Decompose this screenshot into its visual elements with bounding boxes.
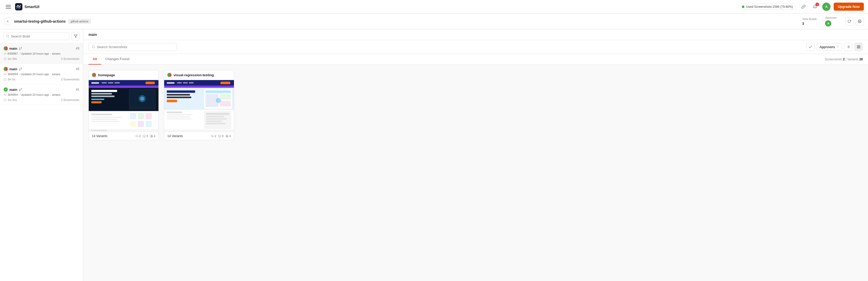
- usage-dot: [742, 5, 744, 8]
- build-branch: main: [9, 88, 17, 92]
- monitor-icon: [143, 135, 146, 138]
- top-navigation: SmartUI Used Screenshots:1596 (79.80%) 1…: [0, 0, 868, 13]
- svg-rect-44: [146, 82, 155, 84]
- svg-rect-84: [167, 90, 195, 93]
- build-item[interactable]: ✓ main #1 3848f94 · Updated 20 hours ago…: [0, 84, 83, 105]
- hamburger-button[interactable]: [4, 3, 12, 11]
- svg-rect-37: [857, 47, 858, 48]
- svg-rect-36: [859, 47, 860, 48]
- check-icon: [808, 45, 813, 49]
- svg-point-6: [21, 47, 22, 48]
- link-button[interactable]: [799, 3, 808, 11]
- usage-badge: Used Screenshots:1596 (79.80%): [738, 4, 796, 10]
- card-header: visual-regression-testing: [164, 70, 234, 80]
- screenshot-search-input[interactable]: [97, 45, 174, 49]
- screenshots-meta: Screenshots 2 | Variants 28: [825, 54, 863, 64]
- svg-rect-85: [167, 94, 190, 95]
- build-item-header: main #3: [4, 46, 80, 51]
- list-icon: [846, 45, 850, 49]
- approvers-dropdown-button[interactable]: Approvers: [817, 43, 842, 51]
- variants-label: 14 Variants: [167, 134, 183, 138]
- screenshot-card[interactable]: homepage: [89, 70, 159, 140]
- svg-rect-60: [91, 121, 120, 122]
- status-half-icon: [4, 67, 8, 71]
- variants-count: 28: [860, 58, 863, 61]
- desktop-stat: 3: [143, 134, 148, 138]
- build-time: 3m 5s: [4, 78, 16, 81]
- web-count: 4: [154, 134, 155, 138]
- svg-rect-79: [183, 82, 188, 84]
- author-name: amanc: [52, 52, 61, 55]
- back-button[interactable]: [4, 18, 11, 25]
- build-item[interactable]: main #3 8390f87 · Updated 18 hours ago ·…: [0, 43, 83, 64]
- git-branch-icon: [19, 67, 22, 71]
- build-footer: 1m 34s 2 Screenshots: [4, 57, 80, 60]
- refresh-button[interactable]: [845, 17, 854, 26]
- build-search-wrapper[interactable]: [3, 33, 69, 40]
- clock-icon: [4, 99, 6, 101]
- content-area: main Approvers: [83, 29, 868, 281]
- build-name: ✓ main: [4, 87, 22, 92]
- svg-point-8: [5, 53, 6, 54]
- svg-point-26: [92, 45, 95, 48]
- svg-rect-35: [859, 45, 860, 46]
- svg-rect-80: [189, 82, 194, 84]
- filter-button[interactable]: [71, 32, 80, 40]
- build-commit: 8390f87 · Updated 18 hours ago · amanc: [4, 52, 80, 55]
- svg-rect-58: [91, 117, 122, 118]
- build-number: #2: [76, 67, 80, 71]
- build-item[interactable]: main #2 3848f94 · Updated 20 hours ago ·…: [0, 64, 83, 84]
- content-title: main: [89, 33, 97, 37]
- web-stat: 4: [225, 134, 231, 138]
- app-name: SmartUI: [25, 4, 39, 9]
- svg-rect-91: [220, 94, 231, 100]
- screenshot-search-wrapper[interactable]: [89, 43, 177, 51]
- tab-changes[interactable]: Changes Found: [101, 54, 134, 65]
- desktop-stat: 3: [218, 134, 223, 138]
- svg-rect-42: [108, 82, 113, 84]
- main-layout: main #3 8390f87 · Updated 18 hours ago ·…: [0, 29, 868, 281]
- build-branch: main: [9, 46, 17, 51]
- upgrade-button[interactable]: Upgrade Now: [834, 3, 864, 11]
- screenshot-card[interactable]: visual-regression-testing: [164, 70, 234, 140]
- build-search-input[interactable]: [11, 34, 67, 38]
- grid-icon: [857, 45, 861, 49]
- svg-rect-63: [146, 113, 152, 119]
- notification-button[interactable]: 1: [811, 3, 819, 11]
- svg-rect-92: [220, 101, 231, 106]
- list-view-button[interactable]: [844, 43, 852, 51]
- svg-rect-77: [167, 82, 175, 84]
- breadcrumb-right: Total Builds 3 Approver A: [802, 16, 864, 27]
- variant-stats: 2 3 4: [211, 134, 231, 138]
- nav-left: SmartUI: [4, 3, 39, 11]
- search-icon: [92, 45, 95, 49]
- svg-rect-102: [206, 118, 227, 120]
- monitor-icon: [218, 135, 221, 138]
- svg-point-2: [6, 35, 9, 37]
- grid-view-button[interactable]: [855, 43, 863, 51]
- globe-icon: [150, 135, 153, 138]
- svg-rect-51: [91, 101, 102, 103]
- svg-rect-40: [91, 82, 99, 84]
- card-footer: 14 Variants 2 3 4: [89, 132, 158, 140]
- nav-right: Used Screenshots:1596 (79.80%) 1 A Upgra…: [738, 3, 864, 11]
- settings-button[interactable]: [856, 17, 864, 26]
- svg-rect-68: [91, 130, 107, 131]
- svg-rect-64: [130, 121, 136, 127]
- project-tag: github-actions: [68, 19, 91, 24]
- tabs-bar: All Changes Found Screenshots 2 | Varian…: [83, 54, 868, 65]
- svg-rect-66: [146, 121, 152, 127]
- upload-icon: [135, 135, 138, 138]
- tab-all[interactable]: All: [89, 54, 101, 65]
- build-time: 1m 34s: [4, 57, 17, 60]
- svg-rect-95: [167, 112, 182, 113]
- user-avatar[interactable]: A: [822, 3, 831, 11]
- commit-icon: [4, 93, 6, 96]
- svg-rect-101: [206, 116, 224, 117]
- approve-button[interactable]: [806, 43, 815, 51]
- content-toolbar: Approvers: [83, 40, 868, 54]
- build-item-header: ✓ main #1: [4, 87, 80, 92]
- refresh-icon: [847, 20, 851, 23]
- breadcrumb-bar: smartui-testng-github-actions github-act…: [0, 13, 868, 29]
- updated-text: Updated 18 hours ago: [21, 52, 49, 55]
